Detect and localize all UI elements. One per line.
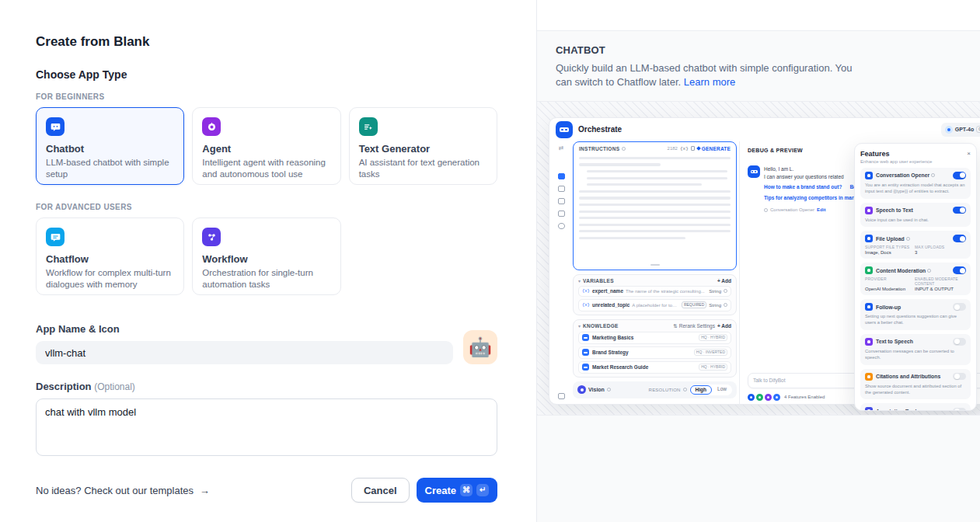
toggle-on [953,207,966,214]
speech-to-text-icon [865,207,873,214]
sparkle-icon [696,147,701,151]
bot-avatar-icon [748,165,760,178]
resize-handle [650,264,660,266]
globe-nav-icon [558,223,565,229]
info-icon [906,237,910,241]
features-panel: Features × Enhance web app user experien… [854,143,977,411]
card-desc: Workflow for complex multi-turn dialogue… [46,267,174,291]
cancel-button[interactable]: Cancel [351,478,410,503]
orchestrate-nav-icon [558,173,565,179]
instructions-title: INSTRUCTIONS [579,146,619,151]
preview-config-column: INSTRUCTIONS 2182 {x} GENERATE [573,141,739,405]
dataset-icon [582,334,589,341]
toggle-on [953,235,966,242]
feature-dot-icon [773,394,780,401]
app-type-card-chatbot[interactable]: Chatbot LLM-based chatbot with simple se… [36,107,184,185]
knowledge-row: Market Research Guide HQ · HYBRID [578,361,731,374]
retrieval-badge: HQ · HYBRID [699,334,727,341]
create-button[interactable]: Create ⌘ ↵ [417,478,497,503]
vision-setting-row: Vision RESOLUTION High Low [573,381,737,398]
generate-button: GENERATE [697,146,731,151]
create-from-blank-panel: Create from Blank Choose App Type FOR BE… [0,0,536,522]
chatflow-icon [46,228,65,246]
suggested-question: Tips for analyzing competitors in market [764,194,861,202]
feature-item-annotation-reply: Annotation Reply [860,403,971,410]
preview-mini-sidebar: ⇄ [549,141,573,405]
knowledge-row: Brand Strategy HQ · INVERTED [578,346,731,359]
add-variable-button: + Add [717,278,731,284]
chatbot-icon [46,117,65,136]
app-type-card-text-generator[interactable]: Text Generator AI assistant for text gen… [349,107,497,185]
chevron-down-icon: ▾ [578,278,581,284]
preview-app-title: Orchestrate [578,125,622,134]
feature-dot-icon [756,394,763,401]
edit-opener-link: Edit [817,207,825,214]
learn-more-link[interactable]: Learn more [684,76,735,88]
model-mode-badge: CHAT [976,126,980,133]
templates-link[interactable]: No ideas? Check out our templates → [36,485,210,496]
type-icon [724,303,727,307]
file-upload-icon [865,235,873,242]
variable-row: {x} unrelated_topic A placeholder for to… [578,299,731,311]
dataset-icon [582,349,589,356]
preview-illustration-area: Orchestrate GPT-4o CHAT ▾ ⇅ Publish▾ [537,101,980,416]
chevron-down-icon: ▾ [578,323,581,329]
image-nav-icon [558,186,565,192]
choose-app-type-label: Choose App Type [36,68,497,81]
app-icon-picker-button[interactable]: 🤖 [463,330,497,364]
toggle-on [953,266,966,274]
char-count: 2182 [668,146,678,151]
description-textarea[interactable]: chat with vllm model [36,398,497,456]
suggested-question: How to make a brand stand out?Bes [764,183,861,191]
info-icon [927,269,931,273]
info-icon [931,173,935,177]
knowledge-panel: ▾ KNOWLEDGE ⇅ Rerank Settings + Add Mark… [573,319,737,378]
app-avatar-icon [556,121,573,138]
right-panel-footer-space [537,416,980,522]
toggle-off [953,338,966,346]
description-label: Description (Optional) [36,381,497,392]
advanced-cards: Chatflow Workflow for complex multi-turn… [36,218,497,295]
toggle-on [953,172,966,179]
feature-item-content-moderation: Content Moderation PROVIDER ENABLED MODE… [860,263,971,295]
beginner-cards: Chatbot LLM-based chatbot with simple se… [36,107,497,185]
card-desc: Intelligent agent with reasoning and aut… [202,157,330,180]
app-type-card-workflow[interactable]: Workflow Orchestration for single-turn a… [192,218,340,295]
info-heading: CHATBOT [556,44,961,56]
knowledge-row: Marketing Basics HQ · HYBRID [578,332,731,344]
agent-icon [202,117,221,136]
info-icon [683,388,687,392]
card-desc: Orchestration for single-turn automation… [202,267,330,291]
card-title: Chatbot [46,143,174,155]
description-optional-label: (Optional) [94,381,135,392]
app-type-card-agent[interactable]: Agent Intelligent agent with reasoning a… [192,107,340,185]
conversation-opener-icon [865,172,873,179]
close-icon: × [967,150,971,157]
info-description: Quickly build an LLM-based chatbot with … [556,61,867,90]
annotation-reply-icon [865,407,873,410]
opener-icon [764,208,768,212]
follow-up-icon [865,303,873,311]
variable-insert-icon: {x} [680,146,689,151]
feature-item-file-upload: File Upload SUPPORT FILE TYPES MAX UPLOA… [860,231,971,259]
text-to-speech-icon [865,338,873,346]
for-beginners-label: FOR BEGINNERS [36,92,497,101]
swap-icon: ⇄ [559,144,564,151]
model-selector: GPT-4o CHAT ▾ [941,123,980,137]
type-icon [724,289,727,293]
app-name-input[interactable] [36,341,453,364]
variables-panel: ▾ VARIABLES + Add {x} expert_name The na… [573,274,737,315]
dataset-icon [582,364,589,371]
variable-row: {x} expert_name The name of the strategi… [578,286,731,297]
feature-dot-icon [765,394,772,401]
modal-footer: No ideas? Check out our templates → Canc… [36,478,497,503]
retrieval-badge: HQ · HYBRID [699,364,727,371]
citations-icon [865,373,873,381]
card-title: Chatflow [46,253,174,265]
page-title: Create from Blank [36,34,497,50]
model-avatar-icon [945,126,953,134]
preview-topbar: Orchestrate GPT-4o CHAT ▾ ⇅ Publish▾ [549,118,980,141]
app-type-card-chatflow[interactable]: Chatflow Workflow for complex multi-turn… [36,218,184,295]
feature-item-conversation-opener: Conversation Opener You are an entity ex… [860,168,971,199]
feature-item-speech-to-text: Speech to Text Voice input can be used i… [860,203,971,227]
